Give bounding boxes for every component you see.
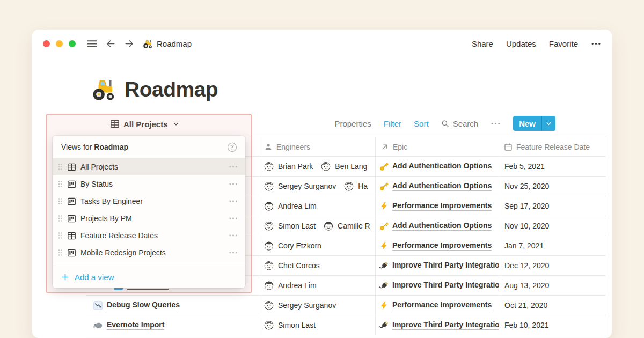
- cell-epic[interactable]: Improve Third Party Integrations: [376, 256, 499, 275]
- cell-epic[interactable]: Performance Improvements: [376, 236, 499, 255]
- back-arrow-icon[interactable]: [106, 39, 116, 49]
- new-button-group: New: [513, 116, 555, 131]
- cell-epic[interactable]: Add Authentication Options: [376, 157, 499, 176]
- view-toolbar: Properties Filter Sort Search New: [334, 115, 555, 132]
- view-item-feature-release-dates[interactable]: Feature Release Dates: [53, 227, 245, 244]
- epic-link[interactable]: Performance Improvements: [392, 241, 492, 251]
- engineer-chip[interactable]: Camille R: [323, 221, 370, 231]
- epic-link[interactable]: Add Authentication Options: [392, 181, 492, 191]
- add-view-button[interactable]: Add a view: [53, 266, 245, 288]
- cell-engineers[interactable]: Simon Last: [259, 315, 376, 335]
- share-button[interactable]: Share: [472, 39, 493, 48]
- updates-button[interactable]: Updates: [506, 39, 536, 48]
- drag-handle-icon[interactable]: [57, 163, 63, 171]
- drag-handle-icon[interactable]: [57, 197, 63, 205]
- view-item-more-icon[interactable]: [229, 165, 238, 168]
- cell-epic[interactable]: Improve Third Party Integrations: [376, 315, 499, 335]
- engineer-chip[interactable]: Ha: [343, 181, 368, 192]
- epic-link[interactable]: Performance Improvements: [392, 201, 492, 211]
- epic-link[interactable]: Improve Third Party Integrations: [392, 261, 499, 270]
- cell-engineers[interactable]: Andrea Lim: [259, 276, 376, 295]
- cell-release-date[interactable]: Feb 10, 2021: [499, 315, 606, 335]
- engineer-chip[interactable]: Sergey Surganov: [264, 300, 336, 311]
- page-link[interactable]: Evernote Import: [107, 320, 164, 330]
- breadcrumb[interactable]: Roadmap: [142, 39, 192, 49]
- search-label: Search: [453, 119, 479, 128]
- cell-engineers[interactable]: Andrea Lim: [259, 196, 376, 216]
- engineer-chip[interactable]: Ben Lang: [320, 161, 367, 172]
- cell-release-date[interactable]: Dec 12, 2020: [499, 256, 606, 275]
- engineer-chip[interactable]: Simon Last: [264, 320, 316, 330]
- engineer-chip[interactable]: Brian Park: [264, 161, 313, 172]
- view-item-more-icon[interactable]: [229, 217, 238, 220]
- current-view-tab[interactable]: All Projects: [110, 116, 179, 132]
- view-item-more-icon[interactable]: [229, 251, 238, 254]
- cell-engineers[interactable]: Simon LastCamille R: [259, 216, 376, 236]
- cell-engineers[interactable]: Brian ParkBen Lang: [259, 157, 376, 176]
- cell-engineers[interactable]: Sergey Surganov: [259, 296, 376, 315]
- favorite-button[interactable]: Favorite: [549, 39, 578, 48]
- engineer-chip[interactable]: Cory Etzkorn: [264, 240, 321, 251]
- cell-release-date[interactable]: Oct 21, 2020: [499, 296, 606, 315]
- zoom-window-button[interactable]: [69, 40, 76, 47]
- cell-engineers[interactable]: Sergey SurganovHa: [259, 177, 376, 196]
- engineer-chip[interactable]: Simon Last: [264, 221, 316, 231]
- help-icon[interactable]: [227, 142, 237, 152]
- cell-release-date[interactable]: Sep 17, 2020: [499, 196, 606, 216]
- cell-epic[interactable]: Improve Third Party Integrations: [376, 276, 499, 295]
- close-window-button[interactable]: [43, 40, 50, 47]
- cell-release-date[interactable]: Nov 25, 2020: [499, 177, 606, 196]
- minimize-window-button[interactable]: [56, 40, 63, 47]
- new-button-caret[interactable]: [542, 116, 555, 131]
- drag-handle-icon[interactable]: [57, 248, 63, 257]
- new-button[interactable]: New: [513, 116, 541, 131]
- view-item-more-icon[interactable]: [229, 234, 238, 237]
- view-item-projects-by-pm[interactable]: Projects By PM: [53, 210, 245, 227]
- epic-link[interactable]: Performance Improvements: [392, 300, 492, 310]
- drag-handle-icon[interactable]: [57, 231, 63, 240]
- sidebar-menu-icon[interactable]: [86, 39, 98, 48]
- view-item-tasks-by-engineer[interactable]: Tasks By Engineer: [53, 193, 245, 210]
- cell-project[interactable]: Evernote Import: [86, 315, 259, 335]
- sort-button[interactable]: Sort: [414, 119, 429, 128]
- column-header-date[interactable]: Feature Release Date: [499, 137, 606, 156]
- engineer-chip[interactable]: Andrea Lim: [264, 201, 317, 211]
- cell-release-date[interactable]: Jan 7, 2021: [499, 236, 606, 255]
- view-item-all-projects[interactable]: All Projects: [53, 158, 245, 175]
- page-link[interactable]: Debug Slow Queries: [107, 300, 180, 310]
- view-more-options-icon[interactable]: [491, 122, 501, 126]
- tractor-icon[interactable]: [90, 77, 115, 102]
- key-icon: [379, 162, 389, 171]
- view-item-mobile-redesign-projects[interactable]: Mobile Redesign Projects: [53, 244, 245, 261]
- column-header-engineers[interactable]: Engineers: [259, 137, 376, 156]
- cell-release-date[interactable]: Aug 13, 2020: [499, 276, 606, 295]
- drag-handle-icon[interactable]: [57, 180, 63, 188]
- cell-epic[interactable]: Add Authentication Options: [376, 177, 499, 196]
- more-options-icon[interactable]: [591, 42, 601, 46]
- properties-button[interactable]: Properties: [334, 119, 371, 128]
- cell-engineers[interactable]: Cory Etzkorn: [259, 236, 376, 255]
- filter-button[interactable]: Filter: [384, 119, 401, 128]
- drag-handle-icon[interactable]: [57, 214, 63, 223]
- cell-release-date[interactable]: Nov 10, 2020: [499, 216, 606, 236]
- engineer-chip[interactable]: Sergey Surganov: [264, 181, 336, 192]
- view-item-more-icon[interactable]: [229, 200, 238, 203]
- cell-engineers[interactable]: Chet Corcos: [259, 256, 376, 275]
- view-item-by-status[interactable]: By Status: [53, 175, 245, 193]
- epic-link[interactable]: Add Authentication Options: [392, 161, 492, 171]
- epic-link[interactable]: Improve Third Party Integrations: [392, 320, 499, 330]
- forward-arrow-icon[interactable]: [124, 39, 134, 49]
- cell-epic[interactable]: Performance Improvements: [376, 196, 499, 216]
- cell-epic[interactable]: Performance Improvements: [376, 296, 499, 315]
- cell-release-date[interactable]: Feb 5, 2021: [499, 157, 606, 176]
- epic-link[interactable]: Improve Third Party Integrations: [392, 281, 499, 290]
- epic-link[interactable]: Add Authentication Options: [392, 221, 492, 231]
- view-item-label: Tasks By Engineer: [80, 197, 224, 205]
- cell-project[interactable]: Debug Slow Queries: [86, 296, 259, 315]
- search-button[interactable]: Search: [441, 119, 479, 128]
- column-header-epic[interactable]: Epic: [376, 137, 499, 156]
- view-item-more-icon[interactable]: [229, 182, 238, 186]
- engineer-chip[interactable]: Andrea Lim: [264, 280, 317, 291]
- cell-epic[interactable]: Add Authentication Options: [376, 216, 499, 236]
- engineer-chip[interactable]: Chet Corcos: [264, 260, 320, 271]
